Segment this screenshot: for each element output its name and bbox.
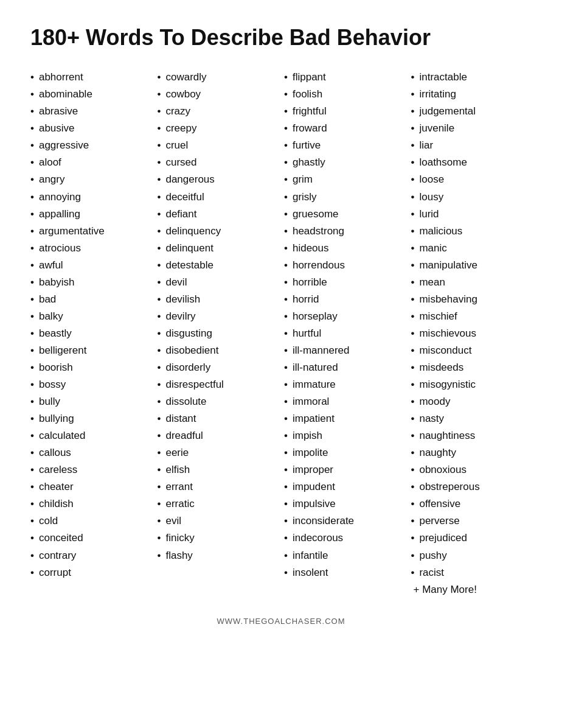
word-text: naughtiness	[419, 427, 475, 444]
bullet-icon: •	[284, 171, 288, 188]
bullet-icon: •	[158, 359, 161, 376]
list-item: •cold	[30, 513, 151, 530]
word-text: elfish	[165, 461, 190, 478]
list-item: •lurid	[411, 206, 532, 223]
list-item: •flashy	[158, 547, 279, 564]
list-item: •mischievous	[411, 325, 532, 342]
list-item: •racist	[411, 564, 532, 581]
word-text: mischief	[419, 308, 457, 325]
word-text: ill-natured	[293, 359, 338, 376]
list-item: •angry	[30, 171, 151, 188]
word-text: cheater	[39, 478, 74, 495]
list-item: •delinquent	[158, 240, 279, 257]
list-item: •cruel	[158, 137, 279, 154]
list-item: •frightful	[284, 103, 405, 120]
word-text: foolish	[293, 86, 322, 103]
list-item: •obnoxious	[411, 461, 532, 478]
bullet-icon: •	[284, 461, 288, 478]
word-text: devilish	[165, 291, 200, 308]
word-text: finicky	[165, 530, 194, 547]
word-text: ghastly	[293, 154, 325, 171]
list-item: •gruesome	[284, 206, 405, 223]
word-text: babyish	[39, 274, 75, 291]
list-item: •appalling	[30, 206, 151, 223]
list-item: •misconduct	[411, 342, 532, 359]
bullet-icon: •	[30, 547, 34, 564]
word-text: horseplay	[293, 308, 338, 325]
word-text: inconsiderate	[293, 513, 354, 530]
list-item: •grim	[284, 171, 405, 188]
bullet-icon: •	[284, 410, 288, 427]
word-text: balky	[39, 308, 63, 325]
list-item: •misdeeds	[411, 359, 532, 376]
bullet-icon: •	[284, 206, 288, 223]
bullet-icon: •	[284, 376, 288, 393]
word-text: cruel	[165, 137, 188, 154]
word-text: detestable	[165, 257, 213, 274]
bullet-icon: •	[158, 495, 161, 513]
word-text: malicious	[419, 223, 462, 240]
word-text: horrid	[293, 291, 319, 308]
word-text: bully	[39, 393, 60, 410]
word-text: abusive	[39, 120, 75, 137]
list-item: •abrasive	[30, 103, 151, 120]
word-text: crazy	[165, 103, 190, 120]
more-label: + Many More!	[411, 581, 532, 598]
list-item: •eerie	[158, 444, 279, 461]
list-item: •disgusting	[158, 325, 279, 342]
word-text: lurid	[419, 206, 439, 223]
bullet-icon: •	[411, 103, 415, 120]
list-item: •crazy	[158, 103, 279, 120]
bullet-icon: •	[284, 137, 288, 154]
bullet-icon: •	[158, 461, 161, 478]
word-text: beastly	[39, 325, 72, 342]
word-text: eerie	[165, 444, 189, 461]
bullet-icon: •	[411, 291, 415, 308]
list-item: •moody	[411, 393, 532, 410]
word-text: impolite	[293, 444, 328, 461]
bullet-icon: •	[411, 444, 415, 461]
list-item: •abhorrent	[30, 69, 151, 86]
bullet-icon: •	[284, 274, 288, 291]
bullet-icon: •	[30, 393, 34, 410]
list-item: •callous	[30, 444, 151, 461]
bullet-icon: •	[411, 154, 415, 171]
list-item: •flippant	[284, 69, 405, 86]
word-text: dreadful	[165, 427, 203, 444]
bullet-icon: •	[284, 154, 288, 171]
bullet-icon: •	[411, 547, 415, 564]
list-item: •manic	[411, 240, 532, 257]
list-item: •misogynistic	[411, 376, 532, 393]
list-item: •immoral	[284, 393, 405, 410]
word-text: immature	[293, 376, 336, 393]
list-item: •deceitful	[158, 189, 279, 206]
list-item: •insolent	[284, 564, 405, 581]
list-item: •disrespectful	[158, 376, 279, 393]
list-item: •aloof	[30, 154, 151, 171]
list-item: •delinquency	[158, 223, 279, 240]
bullet-icon: •	[284, 359, 288, 376]
word-text: deceitful	[165, 189, 204, 206]
word-text: cowboy	[165, 86, 201, 103]
list-item: •infantile	[284, 547, 405, 564]
list-item: •naughtiness	[411, 427, 532, 444]
word-text: impulsive	[293, 495, 336, 513]
bullet-icon: •	[30, 376, 34, 393]
bullet-icon: •	[411, 393, 415, 410]
bullet-icon: •	[30, 154, 34, 171]
bullet-icon: •	[158, 154, 161, 171]
bullet-icon: •	[30, 461, 34, 478]
list-item: •abominable	[30, 86, 151, 103]
word-text: distant	[165, 410, 196, 427]
word-text: disrespectful	[165, 376, 223, 393]
bullet-icon: •	[284, 257, 288, 274]
bullet-icon: •	[411, 513, 415, 530]
word-text: gruesome	[293, 206, 339, 223]
word-text: bad	[39, 291, 56, 308]
word-text: immoral	[293, 393, 329, 410]
word-text: devilry	[165, 308, 195, 325]
bullet-icon: •	[411, 86, 415, 103]
bullet-icon: •	[158, 86, 161, 103]
word-text: appalling	[39, 206, 80, 223]
word-text: liar	[419, 137, 433, 154]
